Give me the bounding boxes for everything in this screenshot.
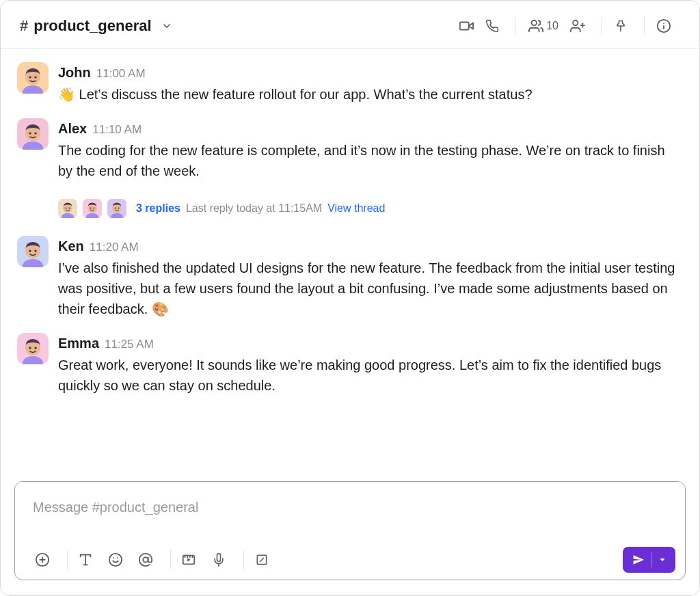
record-audio-button[interactable] — [209, 550, 228, 569]
message-text: Great work, everyone! It sounds like we’… — [58, 355, 683, 396]
message-composer — [14, 481, 686, 580]
svg-point-44 — [34, 347, 36, 349]
svg-point-3 — [573, 20, 578, 25]
sender-name[interactable]: Ken — [58, 236, 84, 256]
svg-point-39 — [34, 249, 36, 252]
channel-header: # product_general 10 — [1, 1, 699, 49]
send-button[interactable] — [623, 547, 675, 573]
message-list: John 11:00 AM 👋 Let’s discuss the new fe… — [1, 49, 699, 478]
svg-point-23 — [66, 207, 67, 208]
svg-point-29 — [93, 207, 94, 208]
sender-name[interactable]: Alex — [58, 118, 87, 139]
message-time: 11:20 AM — [90, 239, 139, 256]
message: Emma 11:25 AM Great work, everyone! It s… — [17, 329, 683, 405]
sender-name[interactable]: John — [58, 62, 91, 83]
svg-point-14 — [34, 76, 36, 78]
svg-marker-63 — [660, 558, 665, 561]
thread-avatar — [58, 199, 77, 218]
message-time: 11:25 AM — [105, 336, 154, 353]
svg-marker-55 — [187, 558, 191, 562]
members-button[interactable]: 10 — [526, 16, 561, 36]
message-time: 11:10 AM — [92, 121, 142, 139]
avatar[interactable] — [17, 236, 49, 267]
svg-point-2 — [532, 20, 537, 25]
chevron-down-icon — [161, 21, 172, 31]
channel-name: product_general — [33, 14, 151, 37]
view-thread-link[interactable]: View thread — [327, 200, 385, 217]
reply-count: 3 replies — [136, 200, 180, 217]
message: Ken 11:20 AM I’ve also finished the upda… — [17, 232, 683, 329]
channel-switcher[interactable]: # product_general — [17, 13, 175, 38]
add-member-button[interactable] — [568, 16, 587, 36]
record-video-button[interactable] — [179, 550, 198, 569]
svg-point-34 — [118, 207, 119, 208]
start-video-call-button[interactable] — [457, 16, 476, 36]
composer-area — [1, 478, 699, 595]
avatar[interactable] — [17, 118, 49, 150]
svg-point-38 — [29, 249, 31, 252]
members-count: 10 — [546, 18, 558, 34]
svg-point-24 — [68, 207, 70, 208]
svg-line-62 — [260, 558, 264, 562]
channel-info-button[interactable] — [654, 16, 673, 36]
message-text: The coding for the new feature is comple… — [58, 140, 683, 181]
send-icon — [632, 554, 645, 566]
shortcuts-button[interactable] — [252, 550, 271, 569]
chat-window: # product_general 10 — [0, 0, 700, 596]
mention-button[interactable] — [136, 550, 155, 569]
svg-point-53 — [143, 557, 148, 562]
add-attachment-button[interactable] — [33, 550, 52, 569]
thread-avatar — [107, 199, 126, 218]
thread-summary[interactable]: 3 replies Last reply today at 11:15AM Vi… — [58, 193, 683, 222]
last-reply-time: Last reply today at 11:15AM — [186, 200, 322, 217]
svg-point-18 — [29, 132, 31, 134]
sender-name[interactable]: Emma — [58, 333, 99, 353]
svg-marker-1 — [469, 23, 473, 29]
svg-point-43 — [29, 347, 31, 349]
message: John 11:00 AM 👋 Let’s discuss the new fe… — [17, 58, 683, 114]
composer-toolbar — [15, 543, 685, 580]
formatting-button[interactable] — [76, 550, 95, 569]
svg-point-19 — [34, 132, 36, 134]
send-options-caret[interactable] — [658, 555, 671, 565]
hash-icon: # — [20, 14, 28, 37]
message: Alex 11:10 AM The coding for the new fea… — [17, 114, 683, 232]
message-text: 👋 Let’s discuss the new feature rollout … — [58, 84, 533, 105]
message-time: 11:00 AM — [96, 65, 146, 83]
svg-point-28 — [90, 207, 92, 208]
svg-rect-0 — [460, 22, 469, 29]
thread-avatar — [83, 199, 102, 218]
svg-point-13 — [29, 76, 31, 78]
message-input[interactable] — [15, 482, 685, 543]
header-actions: 10 — [447, 16, 683, 36]
pinned-items-button[interactable] — [611, 16, 630, 36]
svg-point-33 — [115, 207, 116, 208]
avatar[interactable] — [17, 62, 49, 94]
emoji-picker-button[interactable] — [106, 550, 125, 569]
start-audio-call-button[interactable] — [483, 16, 502, 36]
svg-point-50 — [109, 554, 122, 566]
avatar[interactable] — [17, 333, 49, 364]
message-text: I’ve also finished the updated UI design… — [58, 258, 683, 319]
